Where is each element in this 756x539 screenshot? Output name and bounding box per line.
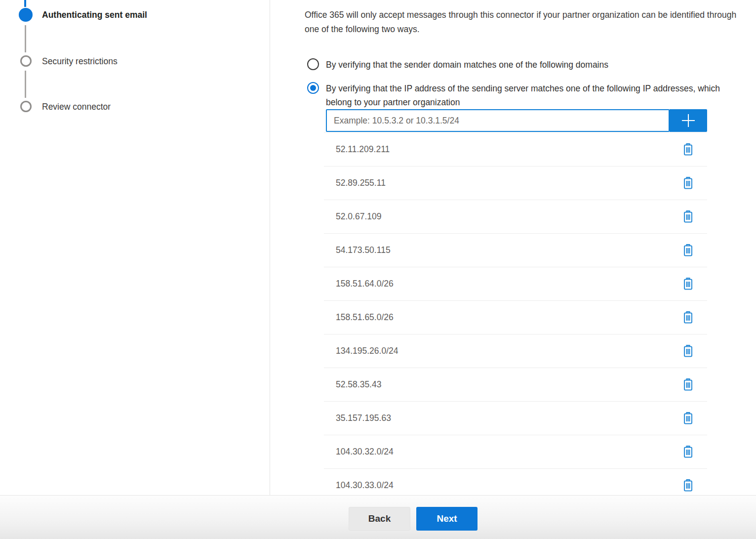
- trash-icon: [683, 412, 693, 425]
- trash-icon: [683, 378, 693, 391]
- trash-icon: [683, 210, 693, 223]
- list-item: 35.157.195.63: [324, 402, 707, 435]
- delete-ip-button[interactable]: [682, 175, 694, 191]
- list-item: 104.30.33.0/24: [324, 469, 707, 495]
- ip-address-value: 104.30.32.0/24: [336, 447, 682, 457]
- delete-ip-button[interactable]: [682, 243, 694, 258]
- radio-option-ip-address[interactable]: By verifying that the IP address of the …: [307, 82, 728, 109]
- step-dot-icon: [20, 55, 32, 67]
- trash-icon: [683, 445, 693, 458]
- radio-option-label: By verifying that the IP address of the …: [326, 82, 728, 109]
- step-authenticating-sent-email[interactable]: Authenticating sent email: [42, 10, 147, 20]
- list-item: 104.30.32.0/24: [324, 435, 707, 469]
- stepper-rail-segment: [24, 0, 26, 7]
- delete-ip-button[interactable]: [682, 377, 694, 392]
- list-item: 52.58.35.43: [324, 368, 707, 402]
- stepper-rail-segment: [25, 71, 26, 98]
- ip-address-value: 158.51.64.0/26: [336, 279, 682, 289]
- delete-ip-button[interactable]: [682, 444, 694, 459]
- step-review-connector[interactable]: Review connector: [42, 102, 111, 112]
- plus-icon: [681, 113, 696, 128]
- delete-ip-button[interactable]: [682, 276, 694, 291]
- step-dot-icon: [20, 101, 32, 112]
- delete-ip-button[interactable]: [682, 209, 694, 224]
- list-item: 52.89.255.11: [324, 166, 707, 200]
- trash-icon: [683, 277, 693, 290]
- list-item: 134.195.26.0/24: [324, 334, 707, 368]
- ip-address-value: 54.173.50.115: [336, 245, 682, 255]
- list-item: 54.173.50.115: [324, 234, 707, 267]
- delete-ip-button[interactable]: [682, 411, 694, 426]
- ip-address-list: 52.11.209.21152.89.255.1152.0.67.10954.1…: [324, 132, 707, 495]
- radio-option-sender-domain[interactable]: By verifying that the sender domain matc…: [307, 58, 608, 72]
- wizard-content-area: Authenticating sent email Security restr…: [0, 0, 756, 495]
- delete-ip-button[interactable]: [682, 478, 694, 493]
- radio-option-label: By verifying that the sender domain matc…: [326, 58, 608, 72]
- wizard-footer: Back Next: [0, 495, 756, 539]
- ip-address-value: 52.89.255.11: [336, 178, 682, 188]
- trash-icon: [683, 143, 693, 156]
- trash-icon: [683, 176, 693, 190]
- trash-icon: [683, 344, 693, 358]
- ip-address-value: 35.157.195.63: [336, 413, 682, 423]
- stepper-rail-segment: [25, 25, 26, 52]
- page-description: Office 365 will only accept messages thr…: [305, 8, 752, 36]
- ip-address-input[interactable]: [326, 109, 670, 132]
- list-item: 158.51.64.0/26: [324, 267, 707, 301]
- trash-icon: [683, 479, 693, 492]
- ip-address-value: 52.0.67.109: [336, 211, 682, 222]
- back-button[interactable]: Back: [349, 507, 410, 531]
- list-item: 52.0.67.109: [324, 200, 707, 234]
- trash-icon: [683, 244, 693, 257]
- ip-address-value: 52.11.209.211: [336, 144, 682, 155]
- radio-unselected-icon[interactable]: [307, 58, 319, 70]
- step-active-dot-icon: [19, 8, 33, 22]
- radio-selected-icon[interactable]: [307, 82, 319, 94]
- trash-icon: [683, 311, 693, 324]
- add-ip-button[interactable]: [670, 109, 707, 132]
- delete-ip-button[interactable]: [682, 142, 694, 157]
- wizard-stepper: Authenticating sent email Security restr…: [0, 0, 270, 495]
- list-item: 158.51.65.0/26: [324, 301, 707, 334]
- list-item: 52.11.209.211: [324, 133, 707, 166]
- ip-address-value: 104.30.33.0/24: [336, 480, 682, 491]
- delete-ip-button[interactable]: [682, 310, 694, 325]
- ip-address-value: 134.195.26.0/24: [336, 346, 682, 356]
- ip-address-value: 52.58.35.43: [336, 379, 682, 390]
- next-button[interactable]: Next: [416, 507, 477, 531]
- delete-ip-button[interactable]: [682, 343, 694, 359]
- ip-address-value: 158.51.65.0/26: [336, 312, 682, 323]
- panel-divider: [270, 0, 270, 495]
- step-security-restrictions[interactable]: Security restrictions: [42, 56, 118, 67]
